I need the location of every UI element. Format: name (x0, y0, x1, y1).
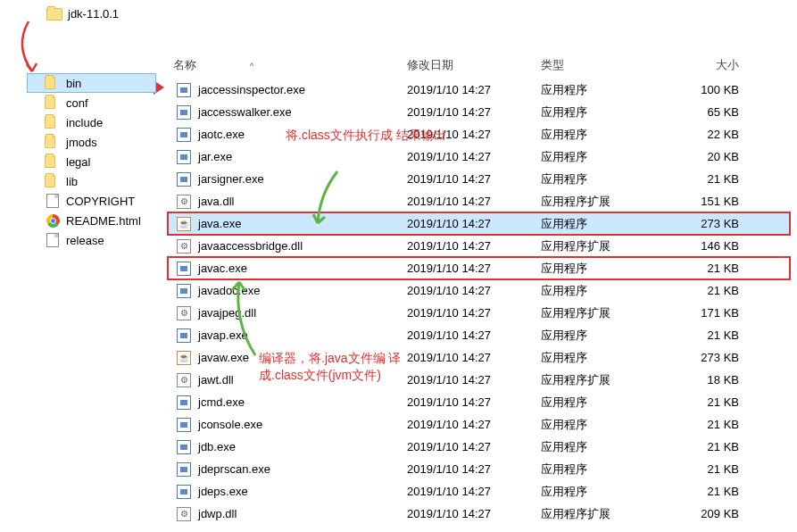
dll-icon (177, 306, 191, 320)
file-size: 21 KB (666, 440, 755, 453)
chrome-icon (46, 214, 60, 228)
file-date: 2019/1/10 14:27 (407, 217, 541, 230)
file-size: 21 KB (666, 172, 755, 186)
folder-icon (45, 175, 55, 187)
file-size: 171 KB (666, 306, 755, 320)
sidebar-item-bin[interactable]: bin (27, 73, 156, 93)
exe-icon (177, 128, 191, 142)
col-type-label[interactable]: 类型 (541, 57, 666, 73)
file-type: 应用程序 (541, 171, 666, 187)
file-date: 2019/1/10 14:27 (407, 239, 541, 253)
file-name: javaw.exe (198, 351, 249, 364)
sidebar-item-COPYRIGHT[interactable]: COPYRIGHT (27, 191, 156, 211)
file-name: javadoc.exe (198, 284, 260, 297)
annotation-arrow-top (11, 20, 55, 73)
file-row[interactable]: jdeprscan.exe2019/1/10 14:27应用程序21 KB (168, 458, 790, 480)
column-headers[interactable]: 名称^ 修改日期 类型 大小 (168, 54, 790, 79)
sidebar-item-release[interactable]: release (27, 230, 156, 250)
file-row[interactable]: jaccessinspector.exe2019/1/10 14:27应用程序1… (168, 79, 790, 101)
file-type: 应用程序 (541, 417, 666, 433)
sidebar-item-label: conf (66, 96, 88, 110)
file-size: 18 KB (666, 373, 755, 387)
exe-icon (177, 485, 191, 499)
file-date: 2019/1/10 14:27 (407, 306, 541, 320)
file-date: 2019/1/10 14:27 (407, 83, 541, 96)
file-size: 21 KB (666, 418, 755, 431)
file-size: 21 KB (666, 485, 755, 498)
sort-indicator-icon: ^ (250, 62, 253, 71)
file-type: 应用程序扩展 (541, 238, 666, 254)
sidebar-item-label: lib (66, 175, 78, 188)
file-row[interactable]: jarsigner.exe2019/1/10 14:27应用程序21 KB (168, 168, 790, 190)
file-size: 21 KB (666, 262, 755, 275)
file-date: 2019/1/10 14:27 (407, 507, 541, 520)
dll-icon (177, 507, 191, 521)
file-size: 65 KB (666, 105, 755, 119)
file-type: 应用程序 (541, 261, 666, 277)
col-size-label[interactable]: 大小 (666, 57, 755, 73)
app-icon (177, 217, 191, 231)
file-date: 2019/1/10 14:27 (407, 262, 541, 275)
exe-icon (177, 172, 191, 187)
sidebar-item-label: release (66, 234, 104, 247)
file-date: 2019/1/10 14:27 (407, 172, 541, 186)
file-row[interactable]: javaaccessbridge.dll2019/1/10 14:27应用程序扩… (168, 235, 790, 257)
file-type: 应用程序扩展 (541, 372, 666, 388)
sidebar-item-lib[interactable]: lib (27, 171, 156, 191)
file-size: 22 KB (666, 128, 755, 141)
file-row[interactable]: jdwp.dll2019/1/10 14:27应用程序扩展209 KB (168, 503, 790, 525)
col-name-label[interactable]: 名称 (173, 58, 196, 71)
folder-icon (45, 136, 55, 148)
folder-icon (45, 77, 55, 89)
file-name: jaotc.exe (198, 128, 245, 141)
file-type: 应用程序扩展 (541, 506, 666, 522)
file-date: 2019/1/10 14:27 (407, 418, 541, 431)
sidebar-item-conf[interactable]: conf (27, 93, 156, 112)
file-date: 2019/1/10 14:27 (407, 105, 541, 119)
col-date-label[interactable]: 修改日期 (407, 57, 541, 73)
file-size: 273 KB (666, 217, 755, 230)
sidebar-item-legal[interactable]: legal (27, 152, 156, 171)
root-folder[interactable]: jdk-11.0.1 (46, 7, 119, 21)
dll-icon (177, 239, 191, 254)
file-row[interactable]: javap.exe2019/1/10 14:27应用程序21 KB (168, 324, 790, 346)
file-date: 2019/1/10 14:27 (407, 462, 541, 476)
file-row[interactable]: jar.exe2019/1/10 14:27应用程序20 KB (168, 145, 790, 168)
file-type: 应用程序扩展 (541, 194, 666, 210)
file-name: javaaccessbridge.dll (198, 239, 303, 253)
sidebar-item-jmods[interactable]: jmods (27, 132, 156, 152)
file-list-panel: 名称^ 修改日期 类型 大小 jaccessinspector.exe2019/… (168, 54, 790, 525)
sidebar-item-include[interactable]: include (27, 112, 156, 132)
exe-icon (177, 262, 191, 276)
folder-icon (45, 96, 55, 109)
annotation-java-exe: 将.class文件执行成 结果输出 (286, 127, 446, 144)
exe-icon (177, 395, 191, 410)
file-date: 2019/1/10 14:27 (407, 440, 541, 453)
file-name: jdeps.exe (198, 485, 248, 498)
file-row[interactable]: java.dll2019/1/10 14:27应用程序扩展151 KB (168, 190, 790, 212)
dll-icon (177, 373, 191, 387)
file-type: 应用程序 (541, 328, 666, 344)
file-type: 应用程序 (541, 283, 666, 299)
exe-icon (177, 462, 191, 477)
file-row[interactable]: jaccesswalker.exe2019/1/10 14:27应用程序65 K… (168, 101, 790, 123)
sidebar-item-README.html[interactable]: README.html (27, 211, 156, 230)
file-row[interactable]: javac.exe2019/1/10 14:27应用程序21 KB (168, 257, 790, 279)
file-row[interactable]: jcmd.exe2019/1/10 14:27应用程序21 KB (168, 391, 790, 413)
file-size: 146 KB (666, 239, 755, 253)
file-row[interactable]: javadoc.exe2019/1/10 14:27应用程序21 KB (168, 279, 790, 302)
file-date: 2019/1/10 14:27 (407, 284, 541, 297)
file-row[interactable]: jaotc.exe2019/1/10 14:27应用程序22 KB (168, 123, 790, 145)
file-type: 应用程序扩展 (541, 305, 666, 321)
exe-icon (177, 105, 191, 120)
exe-icon (177, 150, 191, 164)
file-row[interactable]: javajpeg.dll2019/1/10 14:27应用程序扩展171 KB (168, 302, 790, 324)
file-row[interactable]: java.exe2019/1/10 14:27应用程序273 KB (168, 212, 790, 235)
file-size: 151 KB (666, 195, 755, 208)
file-type: 应用程序 (541, 395, 666, 411)
file-name: javac.exe (198, 262, 247, 275)
exe-icon (177, 83, 191, 97)
file-row[interactable]: jconsole.exe2019/1/10 14:27应用程序21 KB (168, 413, 790, 436)
file-row[interactable]: jdb.exe2019/1/10 14:27应用程序21 KB (168, 436, 790, 458)
file-row[interactable]: jdeps.exe2019/1/10 14:27应用程序21 KB (168, 480, 790, 503)
